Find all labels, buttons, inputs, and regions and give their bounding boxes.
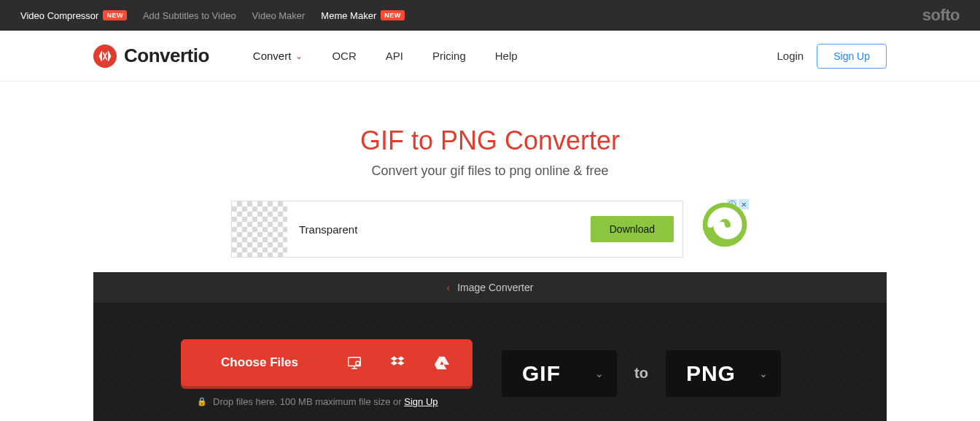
breadcrumb[interactable]: ‹ Image Converter [93, 272, 887, 303]
drop-hint-signup-link[interactable]: Sign Up [404, 396, 438, 407]
login-link[interactable]: Login [777, 50, 804, 62]
promo-link-add-subtitles[interactable]: Add Subtitles to Video [143, 10, 236, 21]
to-format-select[interactable]: PNG ⌄ [666, 350, 781, 397]
chevron-down-icon: ⌄ [595, 368, 604, 379]
promo-link-label: Video Compressor [20, 10, 98, 21]
ad-card[interactable]: Transparent Download [231, 201, 683, 258]
nav-help[interactable]: Help [495, 50, 518, 62]
new-badge: NEW [103, 10, 127, 20]
lock-icon: 🔒 [197, 397, 207, 406]
chevron-left-icon: ‹ [447, 282, 451, 293]
from-format-select[interactable]: GIF ⌄ [502, 350, 617, 397]
ad-thumbnail [232, 201, 287, 257]
google-drive-icon[interactable] [433, 354, 451, 371]
to-format-label: PNG [686, 361, 736, 386]
nav-api[interactable]: API [386, 50, 403, 62]
choose-files-label: Choose Files [181, 355, 338, 370]
promo-bar: Video Compressor NEW Add Subtitles to Vi… [0, 0, 980, 31]
chevron-down-icon: ⌄ [759, 368, 768, 379]
nav-pricing[interactable]: Pricing [432, 50, 466, 62]
drop-hint: 🔒 Drop files here. 100 MB maximum file s… [181, 396, 472, 407]
choose-wrap: Choose Files 🔒 Drop files here. 100 [181, 339, 472, 407]
promo-link-label: Add Subtitles to Video [143, 10, 236, 21]
new-badge: NEW [381, 10, 405, 20]
dropbox-icon[interactable] [389, 354, 407, 371]
converter-body: Choose Files 🔒 Drop files here. 100 [93, 303, 887, 421]
ad-container: Transparent Download ⓘ✕ [0, 201, 980, 272]
hero: GIF to PNG Converter Convert your gif fi… [0, 82, 980, 201]
from-format-label: GIF [522, 361, 561, 386]
page-title: GIF to PNG Converter [0, 125, 980, 156]
promo-links: Video Compressor NEW Add Subtitles to Vi… [20, 10, 405, 21]
softo-logo: softo [922, 6, 960, 25]
brand-icon [93, 45, 117, 68]
promo-link-label: Meme Maker [321, 10, 376, 21]
breadcrumb-label: Image Converter [457, 282, 533, 293]
ad-text: Transparent [287, 223, 591, 236]
nav-items: Convert ⌄ OCR API Pricing Help [253, 50, 518, 62]
source-icons [338, 354, 472, 371]
page-subtitle: Convert your gif files to png online & f… [0, 163, 980, 179]
main-nav: Convertio Convert ⌄ OCR API Pricing Help… [0, 31, 980, 82]
nav-ocr[interactable]: OCR [332, 50, 356, 62]
promo-link-meme-maker[interactable]: Meme Maker NEW [321, 10, 404, 21]
drop-hint-text: Drop files here. 100 MB maximum file siz… [213, 396, 438, 407]
signup-button[interactable]: Sign Up [817, 44, 887, 69]
format-row: GIF ⌄ to PNG ⌄ [502, 350, 781, 397]
ad-logo-spiral[interactable] [701, 201, 749, 249]
ad-download-button[interactable]: Download [591, 216, 674, 242]
chevron-down-icon: ⌄ [295, 51, 303, 61]
promo-link-video-compressor[interactable]: Video Compressor NEW [20, 10, 127, 21]
brand[interactable]: Convertio [93, 45, 209, 68]
nav-item-label: Convert [253, 50, 292, 62]
computer-icon[interactable] [346, 354, 363, 371]
nav-right: Login Sign Up [777, 44, 980, 69]
promo-link-label: Video Maker [252, 10, 306, 21]
nav-convert[interactable]: Convert ⌄ [253, 50, 303, 62]
to-word: to [634, 365, 648, 382]
promo-link-video-maker[interactable]: Video Maker [252, 10, 306, 21]
converter-section: ‹ Image Converter Choose Files [93, 272, 887, 421]
brand-text: Convertio [124, 45, 209, 67]
choose-files-button[interactable]: Choose Files [181, 339, 472, 386]
